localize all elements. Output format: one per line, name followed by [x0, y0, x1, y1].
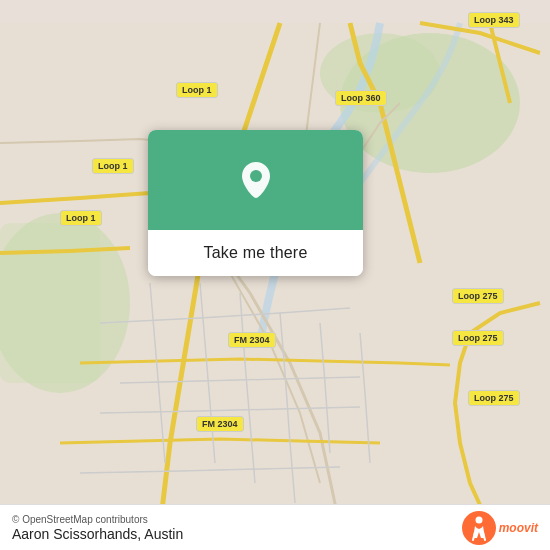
fm-2304-label-2: FM 2304	[196, 416, 244, 432]
loop-343-label: Loop 343	[468, 12, 520, 28]
loop-275-label-1: Loop 275	[452, 288, 504, 304]
loop-1-label-1: Loop 1	[176, 82, 218, 98]
bottom-bar: © OpenStreetMap contributors Aaron Sciss…	[0, 504, 550, 550]
map-container: Loop 343 Loop 1 Loop 360 Loop 1 Loop 1 L…	[0, 0, 550, 550]
svg-point-6	[462, 511, 496, 545]
take-me-there-button[interactable]: Take me there	[148, 230, 363, 276]
moovit-text: moovit	[499, 521, 538, 535]
svg-point-7	[475, 516, 482, 523]
loop-360-label: Loop 360	[335, 90, 387, 106]
svg-point-5	[250, 170, 262, 182]
location-card: Take me there	[148, 130, 363, 276]
bottom-left-info: © OpenStreetMap contributors Aaron Sciss…	[12, 514, 183, 542]
moovit-icon	[461, 510, 497, 546]
loop-275-label-2: Loop 275	[452, 330, 504, 346]
card-map-header	[148, 130, 363, 230]
fm-2304-label-1: FM 2304	[228, 332, 276, 348]
loop-275-label-3: Loop 275	[468, 390, 520, 406]
location-pin-icon	[234, 158, 278, 202]
loop-1-label-2: Loop 1	[92, 158, 134, 174]
loop-1-label-3: Loop 1	[60, 210, 102, 226]
location-name: Aaron Scissorhands, Austin	[12, 526, 183, 542]
svg-rect-4	[0, 223, 100, 383]
moovit-logo: moovit	[461, 510, 538, 546]
osm-credit: © OpenStreetMap contributors	[12, 514, 183, 525]
